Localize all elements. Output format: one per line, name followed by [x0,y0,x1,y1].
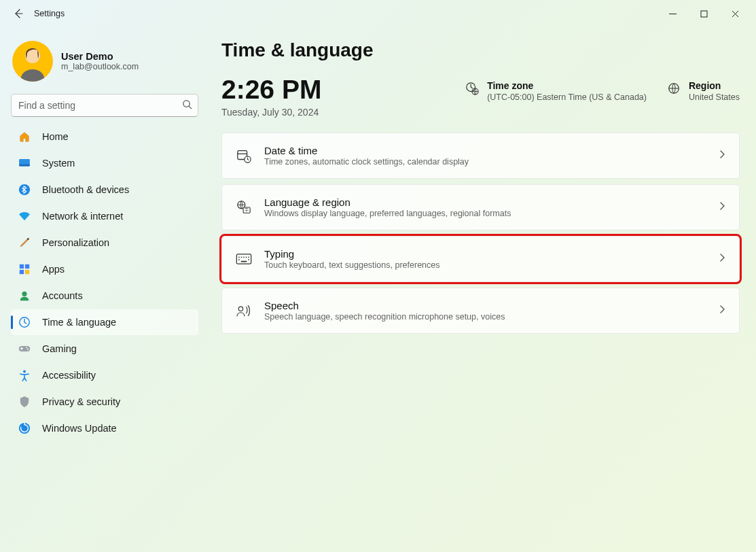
svg-point-15 [27,349,29,350]
sidebar-item-accounts[interactable]: Accounts [11,283,198,309]
card-subtitle: Touch keyboard, text suggestions, prefer… [264,260,439,270]
sidebar-item-label: Apps [42,264,65,275]
sidebar-item-system[interactable]: System [11,150,198,176]
window-controls [657,3,751,24]
sidebar-item-bluetooth[interactable]: Bluetooth & devices [11,177,198,203]
sidebar-item-label: Privacy & security [42,396,120,407]
language-icon: 字 [234,200,253,215]
sidebar-item-label: System [42,158,75,169]
sidebar-item-home[interactable]: Home [11,124,198,150]
back-button[interactable] [5,1,31,27]
globe-icon [667,80,681,98]
svg-point-35 [238,307,242,311]
current-date: Tuesday, July 30, 2024 [221,107,321,118]
sidebar-item-personalization[interactable]: Personalization [11,230,198,256]
shield-icon [18,395,31,409]
sidebar-item-label: Time & language [42,317,116,328]
svg-text:字: 字 [245,207,249,212]
svg-point-28 [241,256,242,258]
apps-icon [18,262,31,276]
card-subtitle: Time zones, automatic clock settings, ca… [264,157,469,167]
sidebar-item-label: Bluetooth & devices [42,184,129,195]
search-icon [182,99,192,112]
update-icon [18,421,31,435]
sidebar-item-privacy[interactable]: Privacy & security [11,389,198,415]
card-typing[interactable]: Typing Touch keyboard, text suggestions,… [221,236,740,282]
sidebar-item-label: Personalization [42,237,109,248]
chevron-right-icon [717,253,727,265]
avatar [12,41,53,82]
svg-point-3 [183,100,190,106]
card-title: Speech [264,300,505,311]
calendar-clock-icon [234,148,253,163]
card-speech[interactable]: Speech Speech language, speech recogniti… [221,288,740,334]
svg-point-16 [23,370,26,373]
speech-icon [234,304,253,317]
svg-point-14 [26,347,27,348]
accessibility-icon [18,368,31,382]
svg-point-11 [22,292,26,296]
maximize-button[interactable] [688,3,719,24]
card-title: Date & time [264,145,469,156]
svg-point-30 [246,256,247,258]
search-input[interactable] [18,100,182,111]
svg-point-32 [238,259,240,260]
card-title: Typing [264,248,439,260]
region-label: Region [689,80,740,91]
sidebar-item-label: Network & internet [42,211,123,222]
person-icon [18,289,31,303]
sidebar-item-update[interactable]: Windows Update [11,415,198,441]
timezone-info[interactable]: Time zone (UTC-05:00) Eastern Time (US &… [465,80,647,102]
sidebar-item-gaming[interactable]: Gaming [11,336,198,362]
timezone-value: (UTC-05:00) Eastern Time (US & Canada) [487,92,647,102]
svg-point-31 [248,256,249,258]
paintbrush-icon [18,236,31,249]
svg-point-33 [248,259,249,260]
card-language-region[interactable]: 字 Language & region Windows display lang… [221,184,740,230]
window-title: Settings [34,9,65,18]
minimize-button[interactable] [657,3,688,24]
chevron-right-icon [717,150,727,162]
chevron-right-icon [717,201,727,213]
svg-rect-34 [241,261,247,262]
settings-cards: Date & time Time zones, automatic clock … [221,133,740,337]
timezone-icon [465,80,479,98]
svg-rect-9 [20,270,24,274]
system-icon [18,156,31,170]
timezone-label: Time zone [487,80,647,91]
clock-block: 2:26 PM Tuesday, July 30, 2024 [221,76,321,118]
sidebar-item-time-language[interactable]: Time & language [11,309,198,335]
sidebar-item-network[interactable]: Network & internet [11,203,198,229]
region-value: United States [689,92,740,102]
sidebar-item-label: Accessibility [42,370,96,381]
titlebar: Settings [0,0,756,27]
sidebar-item-apps[interactable]: Apps [11,256,198,282]
profile-email: m_lab@outlook.com [61,62,139,71]
main-panel: Time & language 2:26 PM Tuesday, July 30… [209,27,756,552]
clock-globe-icon [18,315,31,329]
svg-rect-8 [25,264,29,269]
sidebar-item-label: Gaming [42,343,77,354]
search-box[interactable] [11,94,198,117]
sidebar: User Demo m_lab@outlook.com Home System … [0,27,209,552]
svg-point-27 [238,256,240,258]
sidebar-item-label: Windows Update [42,423,117,434]
keyboard-icon [234,254,253,264]
card-subtitle: Speech language, speech recognition micr… [264,312,505,322]
card-date-time[interactable]: Date & time Time zones, automatic clock … [221,133,740,179]
sidebar-item-accessibility[interactable]: Accessibility [11,362,198,388]
svg-rect-26 [236,254,251,264]
svg-rect-0 [701,11,707,17]
sidebar-item-label: Home [42,131,69,142]
chevron-right-icon [717,305,727,317]
region-info[interactable]: Region United States [667,80,740,102]
home-icon [18,130,31,143]
svg-rect-5 [19,165,30,167]
svg-point-29 [243,256,245,258]
sidebar-item-label: Accounts [42,290,83,301]
card-title: Language & region [264,196,511,208]
card-subtitle: Windows display language, preferred lang… [264,209,511,218]
close-button[interactable] [719,3,751,24]
header-row: 2:26 PM Tuesday, July 30, 2024 Time zone… [221,76,740,118]
profile-block[interactable]: User Demo m_lab@outlook.com [8,35,201,91]
